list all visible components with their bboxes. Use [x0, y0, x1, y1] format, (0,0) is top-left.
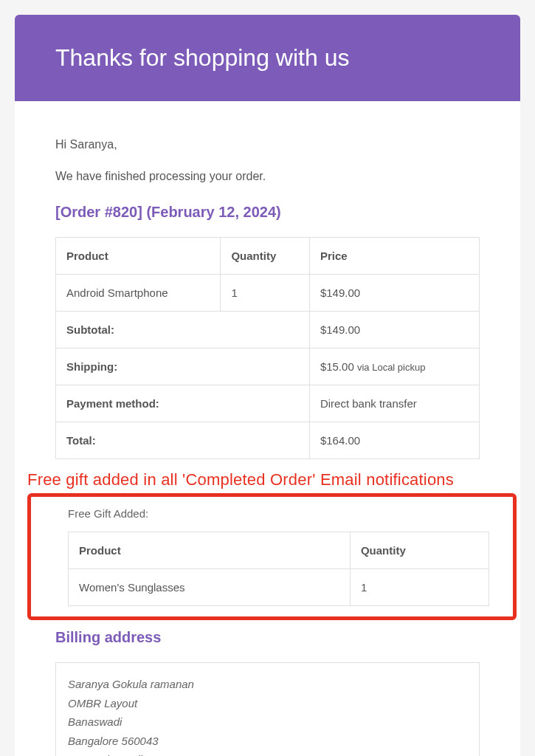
greeting-text: Hi Saranya,: [55, 138, 480, 151]
header-title: Thanks for shopping with us: [55, 44, 480, 72]
payment-label: Payment method:: [56, 385, 310, 422]
payment-value: Direct bank transfer: [309, 385, 479, 422]
billing-line: Bangalore 560043: [68, 732, 467, 751]
free-gift-table: Product Quantity Women's Sunglasses 1: [68, 532, 489, 606]
gift-cell-quantity: 1: [350, 569, 489, 606]
subtotal-value: $149.00: [309, 312, 479, 348]
email-header: Thanks for shopping with us: [15, 15, 520, 101]
shipping-amount: $15.00: [320, 360, 357, 373]
total-row: Total: $164.00: [56, 422, 480, 459]
shipping-via: via Local pickup: [357, 362, 426, 373]
cell-product: Android Smartphone: [56, 275, 221, 312]
order-table: Product Quantity Price Android Smartphon…: [55, 237, 480, 459]
gift-table-header-row: Product Quantity: [69, 532, 489, 569]
cell-price: $149.00: [309, 275, 479, 312]
gift-cell-product: Women's Sunglasses: [69, 569, 351, 606]
total-label: Total:: [56, 422, 310, 459]
col-price: Price: [309, 238, 479, 275]
free-gift-label: Free Gift Added:: [68, 507, 489, 520]
table-row: Android Smartphone 1 $149.00: [56, 275, 480, 312]
processing-text: We have finished processing your order.: [55, 170, 480, 183]
email-body: Hi Saranya, We have finished processing …: [15, 101, 520, 756]
billing-heading: Billing address: [55, 629, 480, 646]
billing-line: Banaswadi: [68, 712, 467, 732]
annotation-highlight-box: Free Gift Added: Product Quantity Women'…: [27, 493, 517, 620]
billing-line: OMBR Layout: [68, 694, 467, 713]
payment-row: Payment method: Direct bank transfer: [56, 385, 480, 422]
subtotal-label: Subtotal:: [56, 312, 310, 348]
col-quantity: Quantity: [221, 238, 309, 275]
order-heading: [Order #820] (February 12, 2024): [55, 204, 480, 221]
col-product: Product: [56, 238, 221, 275]
cell-quantity: 1: [221, 275, 309, 312]
email-container: Thanks for shopping with us Hi Saranya, …: [15, 15, 520, 756]
billing-line: Karnataka, India: [68, 750, 467, 756]
subtotal-row: Subtotal: $149.00: [56, 312, 480, 348]
shipping-value: $15.00 via Local pickup: [309, 348, 479, 385]
shipping-label: Shipping:: [56, 348, 310, 385]
shipping-row: Shipping: $15.00 via Local pickup: [56, 348, 480, 385]
order-table-header-row: Product Quantity Price: [56, 238, 480, 275]
annotation-text: Free gift added in all 'Completed Order'…: [27, 470, 517, 489]
total-value: $164.00: [309, 422, 479, 459]
billing-line: Saranya Gokula ramanan: [68, 675, 467, 694]
table-row: Women's Sunglasses 1: [69, 569, 489, 606]
gift-col-quantity: Quantity: [350, 532, 489, 569]
gift-col-product: Product: [69, 532, 351, 569]
billing-address-box: Saranya Gokula ramanan OMBR Layout Banas…: [55, 662, 480, 756]
